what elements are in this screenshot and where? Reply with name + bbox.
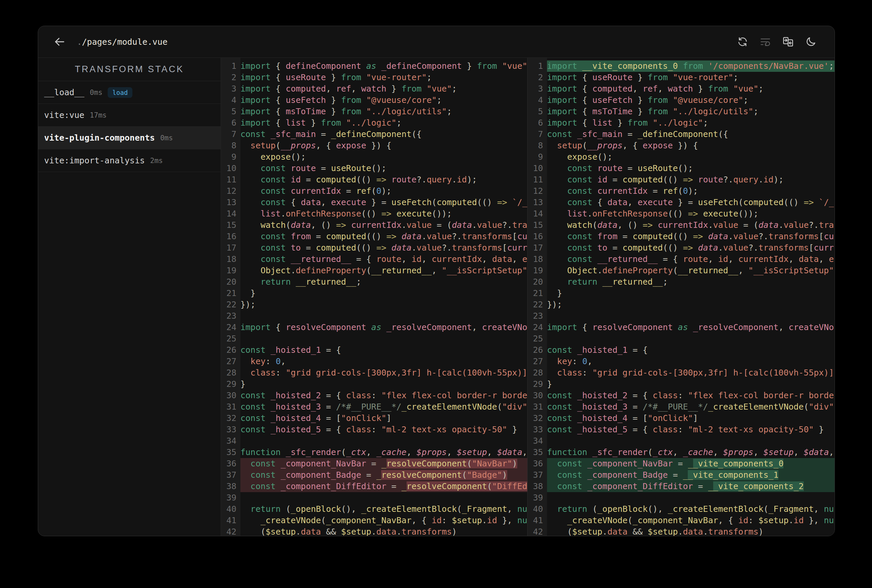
main-body: TRANSFORM STACK __load__0msloadvite:vue1… [38, 58, 834, 536]
sidebar-item-vite-plugin-components[interactable]: vite-plugin-components0ms [38, 127, 221, 149]
code-line: 20 return __returned__; [221, 276, 527, 288]
line-number: 29 [528, 378, 547, 390]
file-path-title: ./pages/module.vue [77, 37, 167, 47]
code-line: 38 const _component_DiffEditor = __vite_… [528, 481, 834, 492]
code-line: 2import { useRoute } from "vue-router"; [528, 72, 834, 83]
line-number: 39 [221, 492, 241, 504]
code-line: 41 _createVNode(_component_NavBar, { id:… [221, 515, 527, 526]
code-lines-after: 1import __vite_components_0 from '/compo… [528, 58, 834, 536]
code-line: 21 } [221, 288, 527, 299]
line-number: 31 [528, 401, 547, 412]
line-number: 29 [221, 378, 241, 390]
line-number: 41 [528, 515, 547, 526]
line-number: 25 [221, 333, 241, 345]
diff-view: 1import { defineComponent as _defineComp… [221, 58, 834, 536]
code-line: 32const _hoisted_4 = ["onClick"] [221, 412, 527, 424]
code-line: 32const _hoisted_4 = ["onClick"] [528, 412, 834, 424]
code-line: 30const _hoisted_2 = { class: "flex flex… [528, 390, 834, 401]
code-line: 3import { computed, ref, watch } from "v… [528, 83, 834, 94]
wrap-lines-icon[interactable] [758, 35, 772, 49]
line-number: 19 [528, 265, 547, 276]
code-line: 36 const _component_NavBar = __vite_comp… [528, 458, 834, 470]
back-button[interactable] [52, 34, 67, 49]
line-number: 24 [221, 322, 241, 333]
code-line: 15 watch(data, () => currentIdx.value = … [221, 219, 527, 231]
code-line: 40 return (_openBlock(), _createElementB… [528, 504, 834, 515]
line-number: 39 [528, 492, 547, 504]
line-number: 11 [528, 174, 547, 185]
line-number: 27 [528, 356, 547, 367]
code-line: 26const _hoisted_1 = { [221, 345, 527, 356]
code-line: 6import { list } from "../logic"; [221, 117, 527, 129]
line-number: 2 [221, 72, 241, 83]
dark-mode-moon-icon[interactable] [804, 35, 818, 49]
code-line: 18 const __returned__ = { route, id, cur… [528, 254, 834, 265]
line-number: 34 [221, 435, 241, 447]
sidebar-item-vite:vue[interactable]: vite:vue17ms [38, 104, 221, 127]
code-line: 7const _sfc_main = _defineComponent({ [221, 129, 527, 140]
line-number: 8 [221, 140, 241, 152]
line-number: 32 [221, 412, 241, 424]
sidebar-item-__load__[interactable]: __load__0msload [38, 81, 221, 104]
code-line: 12 const currentIdx = ref(0); [221, 185, 527, 197]
code-line: 42 ($setup.data && $setup.data.transform… [528, 526, 834, 536]
code-line: 42 ($setup.data && $setup.data.transform… [221, 526, 527, 536]
header-toolbar [735, 35, 818, 49]
refresh-icon[interactable] [735, 35, 750, 49]
plugin-name: vite-plugin-components [44, 133, 155, 142]
line-number: 30 [528, 390, 547, 401]
plugin-name: vite:vue [44, 110, 84, 120]
code-line: 2import { useRoute } from "vue-router"; [221, 72, 527, 83]
code-line: 15 watch(data, () => currentIdx.value = … [528, 219, 834, 231]
arrow-left-icon [53, 35, 66, 48]
line-number: 40 [528, 504, 547, 515]
code-line: 34 [221, 435, 527, 447]
code-line: 31const _hoisted_3 = /*#__PURE__*/_creat… [221, 401, 527, 412]
line-number: 41 [221, 515, 241, 526]
line-number: 3 [528, 83, 547, 94]
line-number: 9 [221, 152, 241, 163]
line-number: 1 [528, 60, 547, 72]
code-line: 41 _createVNode(_component_NavBar, { id:… [528, 515, 834, 526]
code-line: 27 key: 0, [528, 356, 834, 367]
code-line: 39 [528, 492, 834, 504]
compare-panels-icon[interactable] [781, 35, 795, 49]
line-number: 5 [221, 106, 241, 117]
sidebar-item-vite:import-analysis[interactable]: vite:import-analysis2ms [38, 149, 221, 172]
plugin-time: 0ms [90, 88, 102, 96]
load-badge: load [108, 87, 132, 98]
code-line: 11 const id = computed(() => route?.quer… [221, 174, 527, 185]
code-line: 3import { computed, ref, watch } from "v… [221, 83, 527, 94]
line-number: 17 [528, 242, 547, 254]
code-line: 18 const __returned__ = { route, id, cur… [221, 254, 527, 265]
line-number: 23 [221, 310, 241, 322]
code-line: 4import { useFetch } from "@vueuse/core"… [528, 94, 834, 106]
line-number: 3 [221, 83, 241, 94]
line-number: 25 [528, 333, 547, 345]
code-line: 8 setup(__props, { expose }) { [528, 140, 834, 152]
line-number: 24 [528, 322, 547, 333]
code-line: 30const _hoisted_2 = { class: "flex flex… [221, 390, 527, 401]
line-number: 38 [528, 481, 547, 492]
line-number: 28 [528, 367, 547, 378]
line-number: 42 [528, 526, 547, 536]
code-line: 23 [528, 310, 834, 322]
code-line: 37 const _component_Badge = _resolveComp… [221, 470, 527, 481]
code-line: 21 } [528, 288, 834, 299]
line-number: 27 [221, 356, 241, 367]
code-line: 1import { defineComponent as _defineComp… [221, 60, 527, 72]
code-line: 16 const from = computed(() => data.valu… [528, 231, 834, 242]
line-number: 19 [221, 265, 241, 276]
code-panel-after[interactable]: 1import __vite_components_0 from '/compo… [528, 58, 834, 536]
code-line: 24import { resolveComponent as _resolveC… [221, 322, 527, 333]
code-line: 26const _hoisted_1 = { [528, 345, 834, 356]
line-number: 18 [528, 254, 547, 265]
inspect-window: ./pages/module.vue TRANSFORM STACK __loa… [38, 26, 835, 536]
line-number: 21 [221, 288, 241, 299]
code-line: 33const _hoisted_5 = { class: "ml-2 text… [528, 424, 834, 435]
line-number: 34 [528, 435, 547, 447]
code-panel-before[interactable]: 1import { defineComponent as _defineComp… [221, 58, 528, 536]
line-number: 20 [528, 276, 547, 288]
code-line: 27 key: 0, [221, 356, 527, 367]
code-line: 16 const from = computed(() => data.valu… [221, 231, 527, 242]
